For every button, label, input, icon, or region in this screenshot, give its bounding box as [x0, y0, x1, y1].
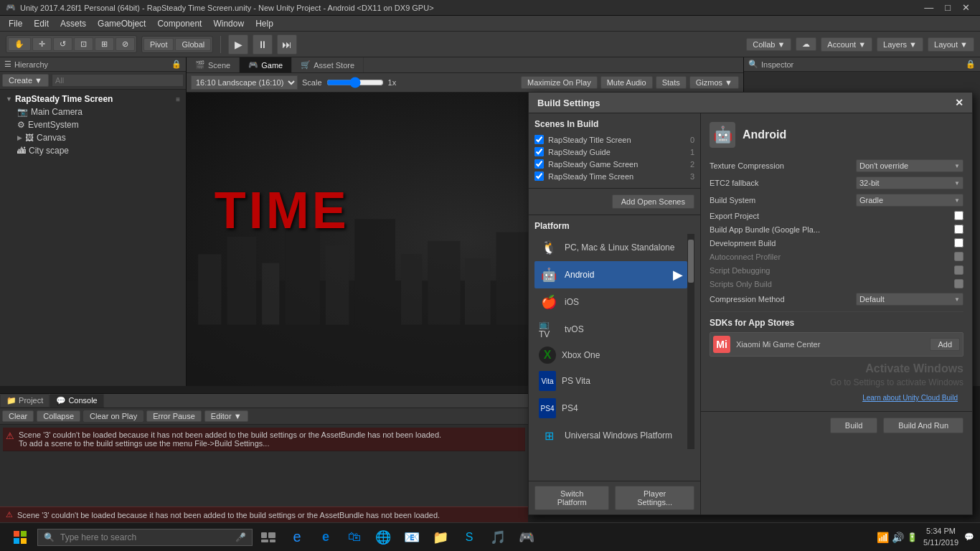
pivot-button[interactable]: Pivot — [143, 38, 174, 51]
compression-method-dropdown[interactable]: Default — [856, 293, 963, 306]
platform-xboxone[interactable]: X Xbox One — [534, 343, 687, 367]
taskbar-ie-icon[interactable]: e — [284, 524, 310, 550]
taskbar: 🔍 Type here to search 🎤 e e 🛍 🌐 📧 📁 S 🎵 … — [0, 522, 980, 551]
collapse-button[interactable]: Collapse — [37, 410, 80, 422]
volume-icon[interactable]: 🔊 — [892, 532, 904, 543]
development-build-checkbox[interactable] — [954, 238, 963, 248]
menu-component[interactable]: Component — [151, 17, 207, 30]
transform-all-tool[interactable]: ⊘ — [116, 37, 135, 51]
close-button[interactable]: ✕ — [958, 2, 974, 13]
add-open-scenes-button[interactable]: Add Open Scenes — [612, 194, 694, 209]
maximize-on-play-btn[interactable]: Maximize On Play — [521, 76, 598, 89]
menu-edit[interactable]: Edit — [28, 17, 55, 30]
rotate-tool[interactable]: ↺ — [53, 37, 72, 51]
account-button[interactable]: Account ▼ — [821, 37, 872, 52]
platform-android[interactable]: 🤖 Android ▶ — [534, 261, 687, 288]
menu-assets[interactable]: Assets — [55, 17, 92, 30]
console-error-row[interactable]: ⚠ Scene '3' couldn't be loaded because i… — [3, 428, 525, 451]
start-button[interactable] — [6, 523, 34, 552]
hierarchy-search-input[interactable] — [52, 74, 184, 87]
tab-asset-store[interactable]: 🛒 Asset Store — [292, 57, 364, 72]
layers-button[interactable]: Layers ▼ — [877, 37, 923, 52]
platform-pc[interactable]: 🐧 PC, Mac & Linux Standalone — [534, 234, 687, 261]
scale-slider[interactable] — [326, 77, 384, 88]
tab-scene[interactable]: 🎬 Scene — [187, 57, 240, 72]
error-pause-button[interactable]: Error Pause — [146, 410, 202, 422]
build-app-bundle-checkbox[interactable] — [954, 225, 963, 234]
learn-cloud-build-link[interactable]: Learn about Unity Cloud Build — [857, 391, 963, 405]
taskbar-explorer-icon[interactable]: 📁 — [428, 524, 453, 550]
export-project-checkbox[interactable] — [954, 211, 963, 220]
scene-checkbox-3[interactable] — [534, 171, 544, 181]
hierarchy-item-maincamera[interactable]: 📷 Main Camera — [14, 105, 183, 118]
hierarchy-create-button[interactable]: Create ▼ — [2, 74, 49, 87]
tab-game[interactable]: 🎮 Game — [240, 57, 292, 72]
stats-btn[interactable]: Stats — [656, 76, 687, 89]
scene-checkbox-2[interactable] — [534, 159, 544, 169]
platform-scroll-thumb[interactable] — [688, 240, 694, 283]
tab-console[interactable]: 💬 Console — [50, 394, 103, 408]
clear-on-play-button[interactable]: Clear on Play — [83, 410, 143, 422]
build-settings-close-icon[interactable]: ✕ — [955, 97, 963, 108]
menu-file[interactable]: File — [3, 17, 28, 30]
hierarchy-item-eventsystem[interactable]: ⚙ EventSystem — [14, 118, 183, 131]
scale-tool[interactable]: ⊡ — [74, 37, 93, 51]
platform-tvos[interactable]: 📺TV tvOS — [534, 316, 687, 343]
rect-tool[interactable]: ⊞ — [95, 37, 114, 51]
platform-uwp[interactable]: ⊞ Universal Windows Platform — [534, 422, 687, 449]
network-icon[interactable]: 📶 — [877, 532, 889, 543]
hand-tool[interactable]: ✋ — [8, 37, 31, 51]
taskbar-chrome-icon[interactable]: 🌐 — [370, 524, 396, 550]
menu-gameobject[interactable]: GameObject — [92, 17, 151, 30]
clear-button[interactable]: Clear — [2, 410, 34, 422]
search-bar[interactable]: 🔍 Type here to search 🎤 — [37, 529, 253, 546]
play-button[interactable]: ▶ — [228, 34, 248, 55]
build-button[interactable]: Build — [830, 418, 877, 433]
taskbar-store-icon[interactable]: 🛍 — [341, 524, 367, 550]
maximize-button[interactable]: □ — [941, 2, 955, 13]
cloud-button[interactable]: ☁ — [796, 37, 816, 51]
notification-icon[interactable]: 💬 — [964, 532, 974, 542]
hierarchy-lock-icon[interactable]: 🔒 — [171, 60, 182, 69]
hierarchy-item-canvas[interactable]: ▶ 🖼 Canvas — [14, 131, 183, 144]
taskbar-skype-icon[interactable]: S — [456, 524, 482, 550]
editor-dropdown-button[interactable]: Editor ▼ — [204, 410, 248, 422]
collab-button[interactable]: Collab ▼ — [746, 38, 791, 51]
step-button[interactable]: ⏭ — [277, 34, 297, 55]
taskbar-vlc-icon[interactable]: 🎵 — [485, 524, 511, 550]
platform-psvita[interactable]: Vita PS Vita — [534, 367, 687, 395]
inspector-lock-icon[interactable]: 🔒 — [966, 60, 976, 69]
global-button[interactable]: Global — [175, 38, 211, 51]
move-tool[interactable]: ✛ — [32, 37, 52, 51]
layout-button[interactable]: Layout ▼ — [928, 37, 974, 52]
platform-ios[interactable]: 🍎 iOS — [534, 288, 687, 316]
build-and-run-button[interactable]: Build And Run — [883, 418, 963, 433]
tab-project[interactable]: 📁 Project — [0, 394, 50, 408]
hierarchy-item-cityscape[interactable]: 🏙 City scape — [14, 144, 183, 157]
minimize-button[interactable]: — — [920, 2, 938, 13]
taskbar-edge-icon[interactable]: e — [313, 524, 339, 550]
title-bar-controls[interactable]: — □ ✕ — [920, 2, 974, 13]
platform-ps4[interactable]: PS4 PS4 — [534, 395, 687, 422]
switch-platform-button[interactable]: Switch Platform — [534, 486, 609, 510]
resolution-select[interactable]: 16:10 Landscape (16:10) — [191, 75, 298, 90]
build-system-dropdown[interactable]: Gradle — [856, 194, 963, 207]
taskbar-mail-icon[interactable]: 📧 — [399, 524, 425, 550]
scene-checkbox-0[interactable] — [534, 135, 544, 144]
etc2-fallback-dropdown[interactable]: 32-bit — [856, 176, 963, 189]
pause-button[interactable]: ⏸ — [253, 34, 273, 55]
hierarchy-root-item[interactable]: ▼ RapSteady Time Screen ≡ — [3, 93, 183, 105]
taskview-button[interactable] — [255, 524, 281, 550]
menu-help[interactable]: Help — [250, 17, 279, 30]
texture-compression-dropdown[interactable]: Don't override — [856, 159, 963, 172]
sdk-add-button-xiaomi[interactable]: Add — [930, 338, 960, 351]
taskbar-unity-icon[interactable]: 🎮 — [514, 524, 540, 550]
menu-window[interactable]: Window — [207, 17, 250, 30]
gizmos-btn[interactable]: Gizmos ▼ — [689, 76, 739, 89]
time-display[interactable]: 5:34 PM 5/11/2019 — [923, 526, 958, 548]
platform-scrollbar[interactable] — [687, 234, 694, 449]
scene-checkbox-1[interactable] — [534, 147, 544, 156]
player-settings-button[interactable]: Player Settings... — [615, 486, 694, 510]
mute-audio-btn[interactable]: Mute Audio — [600, 76, 653, 89]
battery-icon[interactable]: 🔋 — [907, 532, 918, 542]
